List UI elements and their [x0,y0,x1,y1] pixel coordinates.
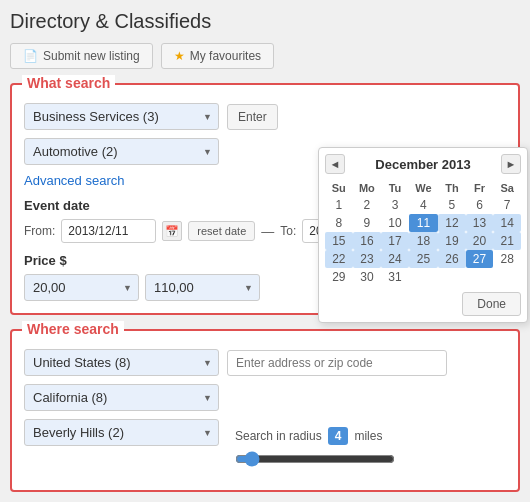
calendar-month-title: December 2013 [375,157,470,172]
cal-cell[interactable]: 25 [409,250,438,268]
price-min-select[interactable]: 20,00 10,00 50,00 [24,274,139,301]
my-favourites-button[interactable]: ★ My favourites [161,43,274,69]
radius-label: Search in radius [235,429,322,443]
where-search-section: Where search United States (8) All Count… [10,329,520,492]
cal-cell[interactable]: 4 [409,196,438,214]
date-dash: — [261,224,274,239]
cal-cell[interactable]: 29 [325,268,353,286]
cal-cell[interactable]: 30 [353,268,382,286]
address-input[interactable] [227,350,447,376]
cal-cell[interactable]: 22 [325,250,353,268]
cal-cell[interactable]: 26 [438,250,466,268]
what-search-section: What search Business Services (3) All Ca… [10,83,520,315]
radius-slider[interactable] [235,451,395,467]
from-reset-button[interactable]: reset date [188,221,255,241]
cal-cell[interactable]: 1 [325,196,353,214]
page-icon: 📄 [23,49,38,63]
cal-cell-selected-start[interactable]: 11 [409,214,438,232]
calendar-grid: Su Mo Tu We Th Fr Sa 1 2 3 4 5 6 7 [325,180,521,286]
cal-day-tu: Tu [381,180,409,196]
cal-cell-empty [493,268,521,286]
cal-cell[interactable]: 8 [325,214,353,232]
cal-cell[interactable]: 16 [353,232,382,250]
cal-cell[interactable]: 28 [493,250,521,268]
where-search-title: Where search [22,321,124,337]
state-select[interactable]: California (8) All States [24,384,219,411]
cal-day-su: Su [325,180,353,196]
radius-value: 4 [328,427,349,445]
country-select[interactable]: United States (8) All Countries [24,349,219,376]
what-search-title: What search [22,75,115,91]
cal-cell[interactable]: 18 [409,232,438,250]
city-select[interactable]: Beverly Hills (2) All Cities [24,419,219,446]
miles-label: miles [354,429,382,443]
cal-cell[interactable]: 19 [438,232,466,250]
cal-day-th: Th [438,180,466,196]
cal-day-fr: Fr [466,180,494,196]
cal-cell[interactable]: 31 [381,268,409,286]
from-label: From: [24,224,55,238]
calendar-next-button[interactable]: ► [501,154,521,174]
enter-button[interactable]: Enter [227,104,278,130]
to-label: To: [280,224,296,238]
calendar-popup: ◄ December 2013 ► Su Mo Tu We Th Fr Sa 1 [318,147,528,323]
cal-cell[interactable]: 9 [353,214,382,232]
cal-day-sa: Sa [493,180,521,196]
cal-cell[interactable]: 13 [466,214,494,232]
cal-cell[interactable]: 5 [438,196,466,214]
page-title: Directory & Classifieds [10,10,520,33]
cal-cell[interactable]: 2 [353,196,382,214]
cal-cell-empty [438,268,466,286]
cal-cell[interactable]: 14 [493,214,521,232]
cal-cell[interactable]: 17 [381,232,409,250]
cal-cell-selected-end[interactable]: 27 [466,250,494,268]
category1-select[interactable]: Business Services (3) All Categories Aut… [24,103,219,130]
category2-select[interactable]: Automotive (2) All Sub-categories [24,138,219,165]
calendar-prev-button[interactable]: ◄ [325,154,345,174]
advanced-search-link[interactable]: Advanced search [24,173,124,188]
cal-cell[interactable]: 12 [438,214,466,232]
calendar-done-button[interactable]: Done [462,292,521,316]
from-calendar-icon[interactable]: 📅 [162,221,182,241]
star-icon: ★ [174,49,185,63]
cal-cell[interactable]: 10 [381,214,409,232]
cal-cell[interactable]: 7 [493,196,521,214]
cal-cell[interactable]: 21 [493,232,521,250]
cal-cell[interactable]: 6 [466,196,494,214]
cal-day-mo: Mo [353,180,382,196]
cal-cell[interactable]: 20 [466,232,494,250]
price-max-select[interactable]: 110,00 100,00 200,00 [145,274,260,301]
cal-cell-empty [409,268,438,286]
cal-cell[interactable]: 23 [353,250,382,268]
cal-day-we: We [409,180,438,196]
submit-listing-button[interactable]: 📄 Submit new listing [10,43,153,69]
cal-cell[interactable]: 24 [381,250,409,268]
cal-cell[interactable]: 3 [381,196,409,214]
cal-cell[interactable]: 15 [325,232,353,250]
from-date-input[interactable] [61,219,156,243]
cal-cell-empty [466,268,494,286]
